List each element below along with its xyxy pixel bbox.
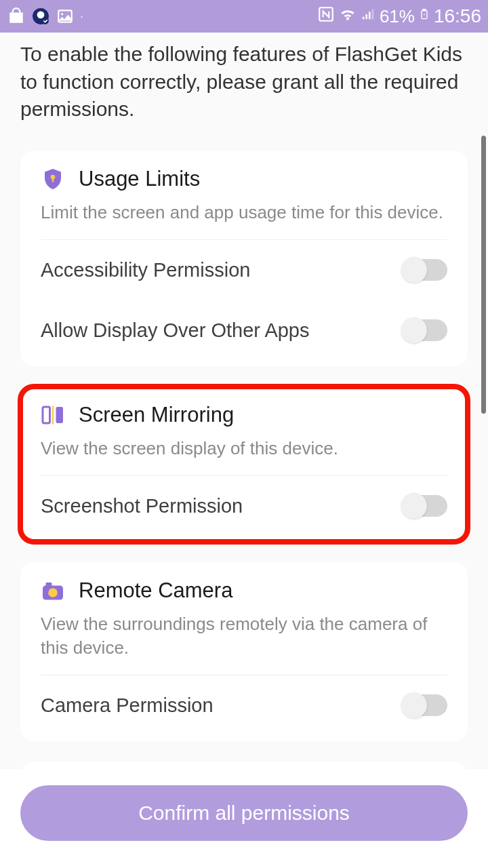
permission-label: Screenshot Permission [41,495,243,517]
status-left-icons: · [7,7,83,26]
card-header: Screen Mirroring [41,403,447,427]
toggle-screenshot[interactable] [403,495,447,517]
app-notification-icon [31,7,50,26]
svg-rect-12 [52,406,54,424]
svg-rect-11 [43,407,50,423]
permission-row-display-over[interactable]: Allow Display Over Other Apps [41,300,447,361]
svg-rect-7 [423,9,426,11]
svg-rect-10 [52,178,54,182]
permission-row-screenshot[interactable]: Screenshot Permission [41,476,447,536]
more-notifications-dot: · [80,9,83,24]
svg-point-1 [37,11,45,18]
permission-label: Camera Permission [41,694,214,717]
svg-point-16 [48,588,58,597]
footer: Confirm all permissions [0,769,488,868]
image-icon [56,7,75,26]
signal-icon [361,7,375,26]
status-bar: · 61% 7 16:56 [0,0,488,33]
card-remote-camera: Remote Camera View the surroundings remo… [20,562,468,741]
card-header: Remote Camera [41,578,447,603]
confirm-all-button[interactable]: Confirm all permissions [20,785,468,841]
bag-icon [7,7,26,26]
card-title: Remote Camera [79,578,232,603]
nfc-icon [317,5,335,27]
camera-icon [41,578,65,603]
svg-text:7: 7 [423,13,426,17]
card-header: Usage Limits [41,167,447,191]
mirror-icon [41,403,65,427]
svg-point-4 [61,13,63,15]
svg-rect-15 [46,583,52,587]
svg-rect-13 [56,407,64,423]
card-description: View the screen display of this device. [41,437,447,476]
status-right: 61% 7 16:56 [317,5,481,27]
permission-label: Allow Display Over Other Apps [41,319,309,342]
toggle-display-over[interactable] [403,319,447,341]
battery-percent: 61% [380,6,415,27]
card-screen-mirroring: Screen Mirroring View the screen display… [20,387,468,542]
wifi-icon [339,5,357,27]
toggle-accessibility[interactable] [403,259,447,281]
clock-time: 16:56 [434,5,481,27]
permission-label: Accessibility Permission [41,259,250,281]
scrollbar-thumb[interactable] [481,136,486,414]
card-usage-limits: Usage Limits Limit the screen and app us… [20,151,468,366]
svg-point-2 [41,17,49,24]
permission-row-accessibility[interactable]: Accessibility Permission [41,240,447,300]
card-title: Usage Limits [79,167,200,191]
permission-row-camera[interactable]: Camera Permission [41,675,447,736]
card-description: Limit the screen and app usage time for … [41,201,447,240]
toggle-camera[interactable] [403,694,447,716]
shield-icon [41,167,65,191]
battery-icon: 7 [419,5,430,27]
intro-text: To enable the following features of Flas… [0,33,488,151]
card-title: Screen Mirroring [79,403,234,427]
card-description: View the surroundings remotely via the c… [41,612,447,675]
